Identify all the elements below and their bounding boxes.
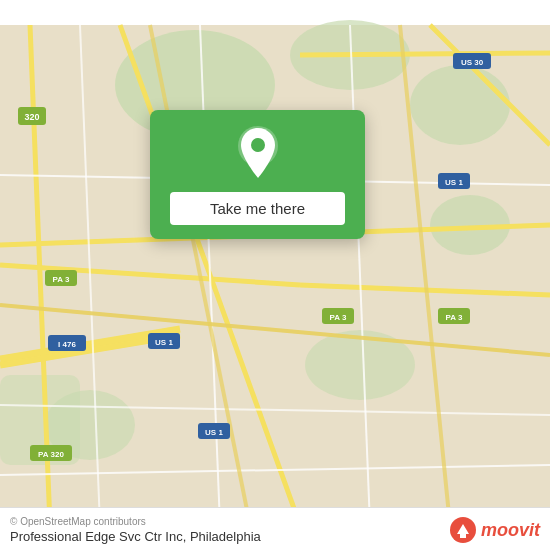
map-background: 320 PA 3 I 476 PA 320 US 1 US 1 PA 3 PA … [0, 0, 550, 550]
location-card: Take me there [150, 110, 365, 239]
svg-text:US 30: US 30 [461, 58, 484, 67]
svg-text:PA 3: PA 3 [330, 313, 347, 322]
svg-text:PA 3: PA 3 [53, 275, 70, 284]
location-label: Professional Edge Svc Ctr Inc, Philadelp… [10, 529, 261, 544]
svg-line-16 [300, 53, 550, 55]
svg-text:PA 3: PA 3 [446, 313, 463, 322]
svg-text:320: 320 [24, 112, 39, 122]
pin-icon [235, 126, 281, 182]
svg-text:US 1: US 1 [155, 338, 173, 347]
svg-text:US 1: US 1 [445, 178, 463, 187]
svg-text:US 1: US 1 [205, 428, 223, 437]
svg-text:PA 320: PA 320 [38, 450, 64, 459]
svg-text:I 476: I 476 [58, 340, 76, 349]
bottom-left: © OpenStreetMap contributors Professiona… [10, 516, 261, 544]
moovit-logo[interactable]: moovit [449, 516, 540, 544]
copyright-text: © OpenStreetMap contributors [10, 516, 261, 527]
svg-point-47 [251, 138, 265, 152]
moovit-icon-svg [449, 516, 477, 544]
svg-point-3 [410, 65, 510, 145]
map-container: 320 PA 3 I 476 PA 320 US 1 US 1 PA 3 PA … [0, 0, 550, 550]
pin-icon-wrapper [232, 128, 284, 180]
moovit-text: moovit [481, 520, 540, 541]
bottom-bar: © OpenStreetMap contributors Professiona… [0, 507, 550, 550]
take-me-there-button[interactable]: Take me there [170, 192, 345, 225]
